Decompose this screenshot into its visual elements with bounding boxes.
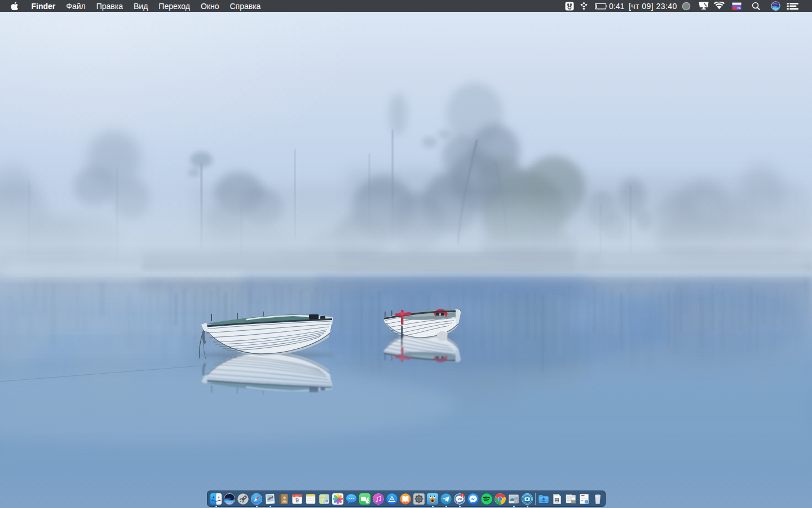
svg-text:9: 9 xyxy=(295,496,299,503)
svg-text:1: 1 xyxy=(461,494,463,497)
svg-text:РС: РС xyxy=(738,7,742,10)
